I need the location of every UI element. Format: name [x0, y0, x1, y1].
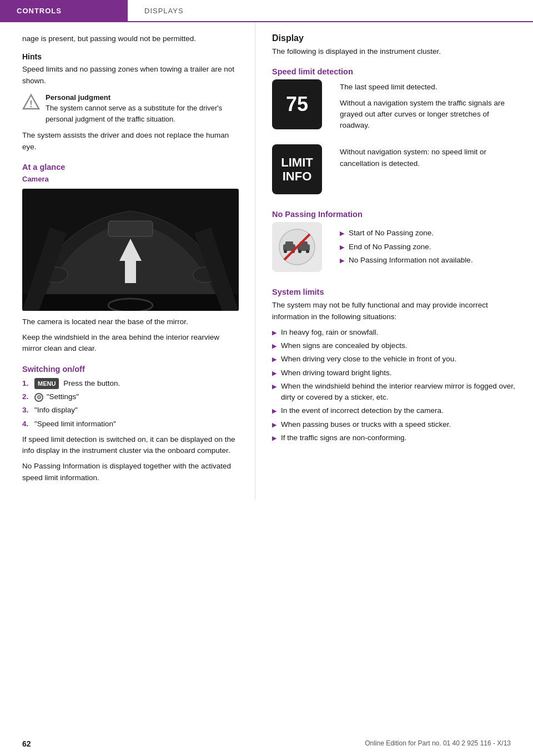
hints-heading: Hints: [22, 52, 238, 61]
limit-bullet-5: ▶ When the windshield behind the interio…: [272, 381, 516, 404]
page-header: CONTROLS DISPLAYS: [0, 0, 533, 22]
page-number: 62: [22, 739, 31, 748]
limit-bullet-7: ▶ When passing buses or trucks with a sp…: [272, 419, 516, 430]
speed-desc1: The last speed limit detected.: [340, 82, 516, 93]
speed-75-badge: 75: [272, 79, 322, 129]
no-passing-icon: [278, 228, 316, 266]
bullet-text: If the traffic signs are non-conforming.: [281, 432, 406, 443]
at-a-glance-heading: At a glance: [22, 163, 238, 172]
bullet-arrow-icon: ▶: [272, 369, 276, 379]
switching-heading: Switching on/off: [22, 365, 238, 374]
limit-info-line2: INFO: [283, 169, 312, 183]
limit-info-desc: Without navigation system: no speed limi…: [340, 144, 516, 174]
limit-info-badge-area: LIMIT INFO: [272, 144, 331, 200]
warning-label: Personal judgment: [46, 93, 110, 102]
system-limits-list: ▶ In heavy fog, rain or snowfall. ▶ When…: [272, 327, 516, 443]
controls-text: CONTROLS: [17, 7, 62, 15]
limit-info-badge: LIMIT INFO: [272, 144, 322, 194]
step-4: 4. "Speed limit information": [22, 419, 238, 430]
bullet-start-passing: ▶ Start of No Passing zone.: [340, 228, 516, 239]
bullet-arrow-icon: ▶: [272, 382, 276, 404]
step-3: 3. "Info display": [22, 405, 238, 416]
bullet-arrow-icon: ▶: [340, 256, 344, 266]
svg-rect-11: [285, 241, 293, 246]
display-heading: Display: [272, 33, 516, 43]
system-assist-text: The system assists the driver and does n…: [22, 130, 238, 153]
step4-label: "Speed limit information": [34, 419, 116, 430]
left-column: nage is present, but passing would not b…: [0, 22, 255, 499]
camera-desc2: Keep the windshield in the area behind t…: [22, 332, 238, 355]
limit-bullet-1: ▶ In heavy fog, rain or snowfall.: [272, 327, 516, 338]
bullet-arrow-icon: ▶: [272, 328, 276, 338]
svg-rect-3: [108, 221, 153, 236]
limit-info-text: Without navigation system: no speed limi…: [340, 147, 516, 169]
bullet-text: When the windshield behind the interior …: [281, 381, 516, 404]
no-passing-bullets: ▶ Start of No Passing zone. ▶ End of No …: [340, 228, 516, 266]
bullet-arrow-icon: ▶: [272, 341, 276, 351]
bullet-arrow-icon: ▶: [272, 355, 276, 365]
display-intro: The following is displayed in the instru…: [272, 46, 516, 57]
camera-image: [22, 189, 239, 311]
bullet-end-passing: ▶ End of No Passing zone.: [340, 241, 516, 253]
speed-limit-heading: Speed limit detection: [272, 67, 516, 76]
camera-desc1: The camera is located near the base of t…: [22, 316, 238, 327]
speed-desc2: Without a navigation system the traffic …: [340, 98, 516, 132]
svg-point-17: [306, 250, 309, 253]
hints-text1: Speed limits and no passing zones when t…: [22, 64, 238, 87]
page-footer: 62 Online Edition for Part no. 01 40 2 9…: [0, 739, 533, 748]
speed-badge-section: 75 The last speed limit detected. Withou…: [272, 79, 516, 135]
intro-text: nage is present, but passing would not b…: [22, 33, 238, 44]
bullet-text: End of No Passing zone.: [349, 241, 431, 253]
no-passing-heading: No Passing Information: [272, 210, 516, 219]
limit-bullet-4: ▶ When driving toward bright lights.: [272, 367, 516, 379]
limit-info-line1: LIMIT: [281, 155, 313, 169]
limit-bullet-3: ▶ When driving very close to the vehicle…: [272, 354, 516, 365]
speed-badge-desc: The last speed limit detected. Without a…: [340, 79, 516, 135]
warning-icon: !: [22, 93, 40, 111]
warning-body: The system cannot serve as a substitute …: [46, 104, 222, 123]
bullet-text: No Passing Information not available.: [349, 255, 473, 266]
warning-text: Personal judgment The system cannot serv…: [46, 92, 238, 125]
bullet-no-info: ▶ No Passing Information not available.: [340, 255, 516, 266]
menu-button-icon: MENU: [34, 378, 59, 390]
step-1: 1. MENU Press the button.: [22, 378, 238, 390]
svg-point-16: [298, 250, 301, 253]
speed-badge-area: 75: [272, 79, 331, 135]
step-2: 2. ⚙ "Settings": [22, 391, 238, 402]
system-limits-heading: System limits: [272, 288, 516, 296]
bullet-text: When driving very close to the vehicle i…: [281, 354, 456, 365]
bullet-text: In the event of incorrect detection by t…: [281, 405, 444, 416]
bullet-text: In heavy fog, rain or snowfall.: [281, 327, 379, 338]
speed-value: 75: [286, 93, 308, 116]
no-passing-badge: [272, 222, 322, 272]
bullet-arrow-icon: ▶: [340, 243, 344, 253]
no-passing-section: ▶ Start of No Passing zone. ▶ End of No …: [272, 222, 516, 278]
bullet-text: When driving toward bright lights.: [281, 367, 392, 379]
limit-info-section: LIMIT INFO Without navigation system: no…: [272, 144, 516, 200]
switch-desc1: If speed limit detection is switched on,…: [22, 434, 238, 457]
footer-online-text: Online Edition for Part no. 01 40 2 925 …: [365, 739, 511, 748]
limit-bullet-2: ▶ When signs are concealed by objects.: [272, 340, 516, 351]
gear-icon: ⚙: [34, 393, 43, 402]
bullet-arrow-icon: ▶: [340, 229, 344, 239]
switch-desc2: No Passing Information is displayed toge…: [22, 461, 238, 483]
no-passing-desc: ▶ Start of No Passing zone. ▶ End of No …: [340, 222, 516, 269]
bullet-text: When passing buses or trucks with a spee…: [281, 419, 451, 430]
limit-bullet-6: ▶ In the event of incorrect detection by…: [272, 405, 516, 416]
svg-point-12: [284, 250, 287, 253]
steps-list: 1. MENU Press the button. 2. ⚙ "Settings…: [22, 378, 238, 430]
displays-text: DISPLAYS: [144, 7, 184, 15]
bullet-arrow-icon: ▶: [272, 434, 276, 443]
camera-heading: Camera: [22, 175, 238, 183]
bullet-arrow-icon: ▶: [272, 420, 276, 430]
svg-text:!: !: [29, 99, 32, 109]
warning-box: ! Personal judgment The system cannot se…: [22, 92, 238, 125]
bullet-text: Start of No Passing zone.: [349, 228, 434, 239]
right-column: Display The following is displayed in th…: [255, 22, 533, 499]
header-displays-label: DISPLAYS: [128, 0, 533, 21]
step3-label: "Info display": [34, 405, 78, 416]
system-limits-intro: The system may not be fully functional a…: [272, 300, 516, 322]
svg-rect-5: [22, 294, 239, 311]
limit-bullet-8: ▶ If the traffic signs are non-conformin…: [272, 432, 516, 443]
no-passing-badge-area: [272, 222, 331, 278]
